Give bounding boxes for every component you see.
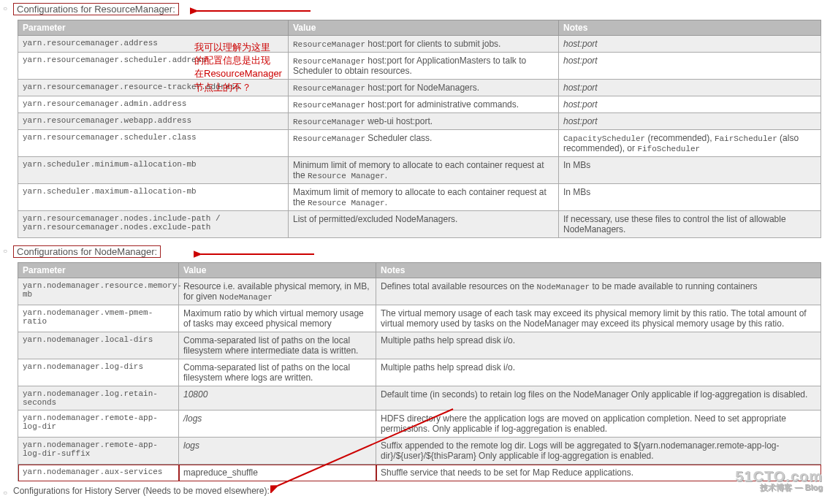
section-title-historyserver: Configurations for History Server (Needs… [13, 486, 270, 496]
watermark-sub: 技术博客 — Blog [735, 484, 823, 492]
cell-value: Maximum limit of memory to allocate to e… [289, 184, 559, 211]
cell-value: ResourceManager web-ui host:port. [289, 113, 559, 130]
table-row: yarn.resourcemanager.scheduler.addressRe… [18, 53, 821, 80]
cell-parameter: yarn.scheduler.maximum-allocation-mb [18, 184, 289, 211]
table-row: yarn.scheduler.minimum-allocation-mbMini… [18, 157, 821, 184]
table-row: yarn.nodemanager.vmem-pmem-ratioMaximum … [18, 305, 821, 332]
annotation-line3: 在ResourceManager [194, 67, 282, 80]
cell-value: ResourceManager host:port for NodeManage… [289, 80, 559, 96]
table-row: yarn.resourcemanager.scheduler.classReso… [18, 130, 821, 157]
cell-notes: In MBs [559, 184, 821, 211]
cell-value: ResourceManager host:port for administra… [289, 96, 559, 113]
cell-value: Minimum limit of memory to allocate to e… [289, 157, 559, 184]
col-value: Value [289, 20, 559, 36]
cell-notes: The virtual memory usage of each task ma… [376, 305, 821, 332]
cell-notes: host:port [559, 96, 821, 113]
cell-notes: host:port [559, 113, 821, 130]
cell-notes: Multiple paths help spread disk i/o. [376, 332, 821, 359]
cell-notes: host:port [559, 53, 821, 80]
annotation-line2: 的配置信息是出现 [194, 54, 282, 67]
table-row: yarn.resourcemanager.resource-tracker.ad… [18, 80, 821, 96]
col-notes: Notes [559, 20, 821, 36]
col-notes: Notes [376, 263, 821, 278]
cell-value: ResourceManager host:port for clients to… [289, 36, 559, 53]
cell-value: List of permitted/excluded NodeManagers. [289, 211, 559, 238]
cell-notes: CapacityScheduler (recommended), FairSch… [559, 130, 821, 157]
cell-notes: Suffix appended to the remote log dir. L… [376, 438, 821, 465]
table-row: yarn.resourcemanager.nodes.include-path … [18, 211, 821, 238]
table-row: yarn.nodemanager.resource.memory-mbResou… [18, 278, 821, 305]
cell-value: Resource i.e. available physical memory,… [179, 278, 376, 305]
cell-parameter: yarn.nodemanager.log-dirs [18, 359, 179, 386]
section-title-resourcemanager: Configurations for ResourceManager: [13, 3, 179, 15]
cell-value: mapreduce_shuffle [179, 465, 376, 481]
cell-value: Comma-separated list of paths on the loc… [179, 359, 376, 386]
col-parameter: Parameter [18, 263, 179, 278]
cell-parameter: yarn.resourcemanager.webapp.address [18, 113, 289, 130]
cell-parameter: yarn.nodemanager.local-dirs [18, 332, 179, 359]
table-row: yarn.nodemanager.log.retain-seconds10800… [18, 386, 821, 411]
annotation-line1: 我可以理解为这里 [194, 41, 282, 54]
cell-notes: If necessary, use these files to control… [559, 211, 821, 238]
cell-notes: host:port [559, 80, 821, 96]
table-nodemanager: Parameter Value Notes yarn.nodemanager.r… [18, 262, 821, 481]
section-title-nodemanager: Configurations for NodeManager: [13, 245, 161, 258]
cell-parameter: yarn.nodemanager.remote-app-log-dir [18, 411, 179, 438]
cell-value: 10800 [179, 386, 376, 411]
cell-parameter: yarn.nodemanager.remote-app-log-dir-suff… [18, 438, 179, 465]
cell-parameter: yarn.resourcemanager.admin.address [18, 96, 289, 113]
cell-notes: Defines total available resources on the… [376, 278, 821, 305]
cell-parameter: yarn.nodemanager.aux-services [18, 465, 179, 481]
watermark-main: 51CTO.com [735, 469, 823, 484]
cell-notes: HDFS directory where the application log… [376, 411, 821, 438]
table-row: yarn.nodemanager.remote-app-log-dir-suff… [18, 438, 821, 465]
cell-notes: In MBs [559, 157, 821, 184]
table-row: yarn.nodemanager.aux-servicesmapreduce_s… [18, 465, 821, 481]
col-parameter: Parameter [18, 20, 289, 36]
cell-notes: host:port [559, 36, 821, 53]
table-row: yarn.resourcemanager.webapp.addressResou… [18, 113, 821, 130]
table-row: yarn.nodemanager.local-dirsComma-separat… [18, 332, 821, 359]
cell-notes: Default time (in seconds) to retain log … [376, 386, 821, 411]
table-row: yarn.scheduler.maximum-allocation-mbMaxi… [18, 184, 821, 211]
annotation-text: 我可以理解为这里 的配置信息是出现 在ResourceManager 节点上的不… [194, 41, 282, 94]
watermark: 51CTO.com 技术博客 — Blog [735, 469, 823, 492]
table-row: yarn.nodemanager.log-dirsComma-separated… [18, 359, 821, 386]
bullet-icon: ○ [3, 489, 7, 496]
cell-parameter: yarn.resourcemanager.nodes.include-path … [18, 211, 289, 238]
cell-parameter: yarn.nodemanager.vmem-pmem-ratio [18, 305, 179, 332]
cell-parameter: yarn.resourcemanager.scheduler.class [18, 130, 289, 157]
col-value: Value [179, 263, 376, 278]
cell-value: Comma-separated list of paths on the loc… [179, 332, 376, 359]
table-row: yarn.resourcemanager.addressResourceMana… [18, 36, 821, 53]
cell-value: ResourceManager host:port for Applicatio… [289, 53, 559, 80]
cell-parameter: yarn.nodemanager.resource.memory-mb [18, 278, 179, 305]
cell-value: /logs [179, 411, 376, 438]
annotation-line4: 节点上的不？ [194, 81, 282, 94]
cell-value: Maximum ratio by which virtual memory us… [179, 305, 376, 332]
table-row: yarn.nodemanager.remote-app-log-dir/logs… [18, 411, 821, 438]
cell-parameter: yarn.scheduler.minimum-allocation-mb [18, 157, 289, 184]
cell-value: ResourceManager Scheduler class. [289, 130, 559, 157]
cell-notes: Multiple paths help spread disk i/o. [376, 359, 821, 386]
cell-value: logs [179, 438, 376, 465]
cell-parameter: yarn.nodemanager.log.retain-seconds [18, 386, 179, 411]
bullet-icon: ○ [3, 4, 7, 12]
table-row: yarn.resourcemanager.admin.addressResour… [18, 96, 821, 113]
table-resourcemanager: Parameter Value Notes yarn.resourcemanag… [18, 20, 821, 238]
bullet-icon: ○ [3, 247, 7, 255]
